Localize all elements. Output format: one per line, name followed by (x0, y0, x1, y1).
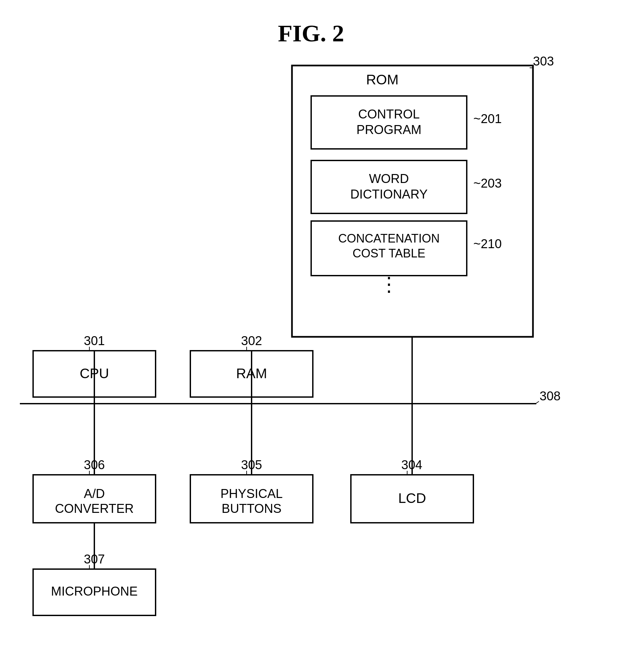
svg-text:CONTROL: CONTROL (358, 107, 420, 121)
svg-text:DICTIONARY: DICTIONARY (350, 187, 428, 201)
svg-text:PROGRAM: PROGRAM (356, 123, 421, 137)
svg-rect-6 (33, 351, 156, 397)
svg-text:304: 304 (401, 458, 422, 472)
svg-text:CPU: CPU (80, 366, 109, 381)
svg-text:PHYSICAL: PHYSICAL (220, 487, 283, 500)
svg-text:⋮: ⋮ (379, 273, 399, 295)
svg-text:CONVERTER: CONVERTER (55, 501, 134, 516)
svg-text:LCD: LCD (398, 490, 426, 506)
svg-text:308: 308 (540, 389, 560, 403)
diagram-container: FIG. 2 ROM ⋮ (0, 0, 622, 672)
svg-text:302: 302 (241, 334, 262, 348)
svg-text:MICROPHONE: MICROPHONE (51, 584, 138, 598)
svg-text:~201: ~201 (473, 112, 502, 126)
svg-text:COST TABLE: COST TABLE (352, 247, 425, 260)
svg-rect-7 (191, 351, 313, 397)
svg-text:RAM: RAM (236, 366, 267, 381)
svg-text:307: 307 (84, 552, 105, 566)
svg-text:301: 301 (84, 334, 105, 348)
svg-text:~210: ~210 (473, 237, 502, 251)
svg-text:~203: ~203 (473, 176, 502, 190)
svg-text:303: 303 (533, 54, 554, 68)
svg-rect-4 (311, 221, 467, 275)
svg-rect-2 (311, 96, 467, 149)
svg-text:CONCATENATION: CONCATENATION (338, 232, 440, 245)
svg-rect-3 (311, 160, 467, 214)
svg-line-38 (535, 401, 539, 404)
svg-text:BUTTONS: BUTTONS (222, 501, 282, 516)
figure-title: FIG. 2 (278, 20, 344, 47)
svg-rect-18 (33, 569, 156, 615)
svg-rect-13 (191, 475, 313, 523)
svg-text:ROM: ROM (366, 72, 399, 87)
diagram-lines: ROM ⋮ (0, 0, 622, 672)
svg-text:A/D: A/D (84, 487, 105, 500)
svg-rect-0 (292, 66, 533, 337)
svg-rect-14 (351, 475, 473, 523)
svg-text:WORD: WORD (369, 172, 409, 186)
svg-text:305: 305 (241, 458, 262, 472)
svg-rect-12 (33, 475, 156, 523)
svg-text:306: 306 (84, 458, 105, 472)
